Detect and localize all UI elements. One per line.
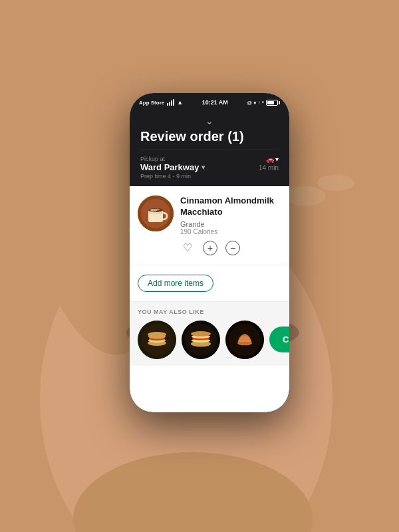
item-calories: 190 Calories <box>180 228 281 235</box>
bar1 <box>167 103 168 106</box>
battery-fill <box>267 101 275 104</box>
status-bar: App Store ▲ 10:21 AM @ ♦ ↑ * <box>130 93 289 112</box>
bar3 <box>171 100 172 106</box>
signal-bars-icon <box>167 99 174 106</box>
pickup-location-row[interactable]: Ward Parkway ▾ <box>140 162 205 172</box>
svg-point-8 <box>286 186 326 206</box>
pickup-section: Pickup at Ward Parkway ▾ Prep time 4 - 9… <box>140 150 279 180</box>
drive-thru-selector[interactable]: 🚗 ▾ <box>266 156 279 163</box>
remove-quantity-button[interactable]: − <box>225 241 240 255</box>
svg-point-31 <box>191 331 211 336</box>
also-like-items: Continue <box>138 321 281 359</box>
battery-indicator <box>266 100 280 106</box>
collapse-chevron[interactable]: ⌄ <box>140 116 279 126</box>
wifi-icon: ▲ <box>177 99 183 106</box>
svg-point-17 <box>156 209 160 211</box>
food-item-2-image <box>182 321 220 359</box>
recommended-item-3[interactable] <box>225 321 264 359</box>
svg-point-24 <box>148 332 166 337</box>
also-like-label: YOU MAY ALSO LIKE <box>138 309 281 315</box>
prep-time-label: Prep time 4 - 9 min <box>140 173 205 180</box>
order-title: Review order (1) <box>140 129 279 144</box>
battery-tip <box>279 101 280 104</box>
also-like-section: YOU MAY ALSO LIKE <box>130 302 289 366</box>
order-item: Cinnamon Almondmilk Macchiato Grande 190… <box>130 186 289 265</box>
vehicle-dropdown: ▾ <box>275 156 279 163</box>
item-size: Grande <box>180 220 281 228</box>
item-name: Cinnamon Almondmilk Macchiato <box>180 196 281 218</box>
app-header: ⌄ Review order (1) Pickup at Ward Parkwa… <box>130 112 289 186</box>
continue-button[interactable]: Continue <box>269 327 289 352</box>
item-image <box>138 196 174 231</box>
food-item-1-image <box>138 321 176 359</box>
phone-device: App Store ▲ 10:21 AM @ ♦ ↑ * <box>130 93 289 412</box>
item-actions: ♡ + − <box>180 241 281 255</box>
bar2 <box>169 102 170 106</box>
add-quantity-button[interactable]: + <box>203 241 217 255</box>
svg-point-9 <box>317 175 354 191</box>
heart-icon: ♡ <box>183 241 192 254</box>
status-icons: @ ♦ ↑ * <box>247 100 264 106</box>
coffee-cup-image <box>138 196 174 231</box>
location-dropdown-icon: ▾ <box>201 164 205 171</box>
pickup-label: Pickup at <box>140 156 205 162</box>
recommended-item-1[interactable] <box>138 321 176 359</box>
battery-body <box>266 100 278 106</box>
car-icon: 🚗 <box>266 156 274 163</box>
item-details: Cinnamon Almondmilk Macchiato Grande 190… <box>180 196 281 255</box>
favorite-button[interactable]: ♡ <box>180 241 195 255</box>
bar4 <box>173 99 174 106</box>
add-more-section: Add more items <box>130 265 289 302</box>
add-more-items-button[interactable]: Add more items <box>138 275 213 292</box>
phone-screen: App Store ▲ 10:21 AM @ ♦ ↑ * <box>130 93 289 412</box>
eta-badge: 14 min <box>259 164 279 172</box>
food-item-3-image <box>225 321 264 359</box>
plus-icon: + <box>207 243 213 253</box>
recommended-item-2[interactable] <box>182 321 220 359</box>
minus-icon: − <box>230 243 235 253</box>
vehicle-time: 🚗 ▾ 14 min <box>259 156 279 172</box>
hand-container: App Store ▲ 10:21 AM @ ♦ ↑ * <box>0 0 399 532</box>
status-bar-right: @ ♦ ↑ * <box>247 100 280 106</box>
status-time: 10:21 AM <box>202 99 228 106</box>
carrier-label: App Store <box>139 100 164 106</box>
status-bar-left: App Store ▲ <box>139 99 183 106</box>
pickup-info: Pickup at Ward Parkway ▾ Prep time 4 - 9… <box>140 156 205 180</box>
location-name: Ward Parkway <box>140 162 199 172</box>
